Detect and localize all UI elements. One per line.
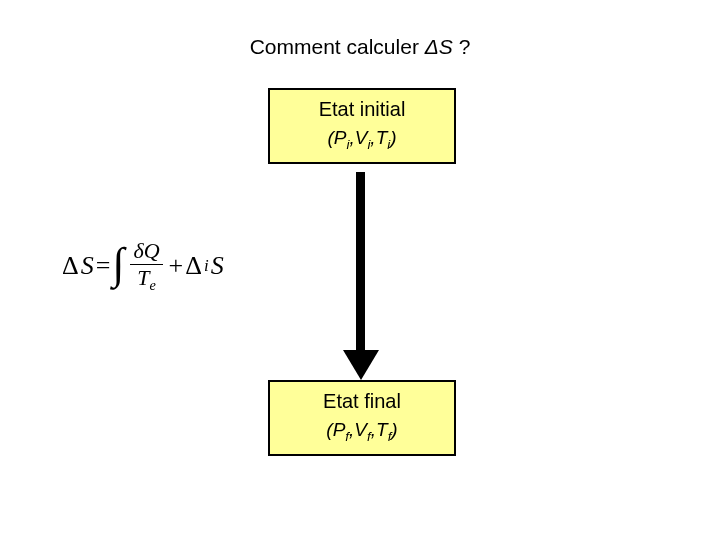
T: T [137,265,149,290]
numerator: δQ [130,240,162,265]
initial-state-label: Etat initial [270,90,454,123]
var-T: T [376,127,388,148]
title-delta: Δ [425,35,439,58]
final-state-box: Etat final (Pf,Vf,Tf) [268,380,456,456]
S-2: S [211,251,224,281]
page-title: Comment calculer ΔS ? [0,35,720,59]
paren-close: ) [391,419,397,440]
equals: = [96,251,111,281]
entropy-equation: ΔS = ∫ δQ Te + ΔiS [62,240,224,293]
Delta-1: Δ [62,251,79,281]
denominator: Te [134,265,159,293]
initial-state-box: Etat initial (Pi,Vi,Ti) [268,88,456,164]
S-1: S [81,251,94,281]
arrow-shaft [356,172,365,352]
plus: + [169,251,184,281]
var-T: T [376,419,388,440]
Delta-2: Δ [185,251,202,281]
var-P: P [334,127,347,148]
final-state-label: Etat final [270,382,454,415]
delta-small: δ [133,238,143,263]
Q: Q [144,238,160,263]
var-V: V [355,127,368,148]
paren-close: ) [390,127,396,148]
var-V: V [354,419,367,440]
title-prefix: Comment calculer [250,35,425,58]
var-P: P [333,419,346,440]
initial-state-vars: (Pi,Vi,Ti) [270,123,454,162]
final-state-vars: (Pf,Vf,Tf) [270,415,454,454]
title-S: S [439,35,453,58]
sub-e: e [149,277,155,293]
sub-i: i [204,256,209,276]
fraction: δQ Te [130,240,162,293]
title-suffix: ? [453,35,471,58]
arrow-head-icon [343,350,379,380]
